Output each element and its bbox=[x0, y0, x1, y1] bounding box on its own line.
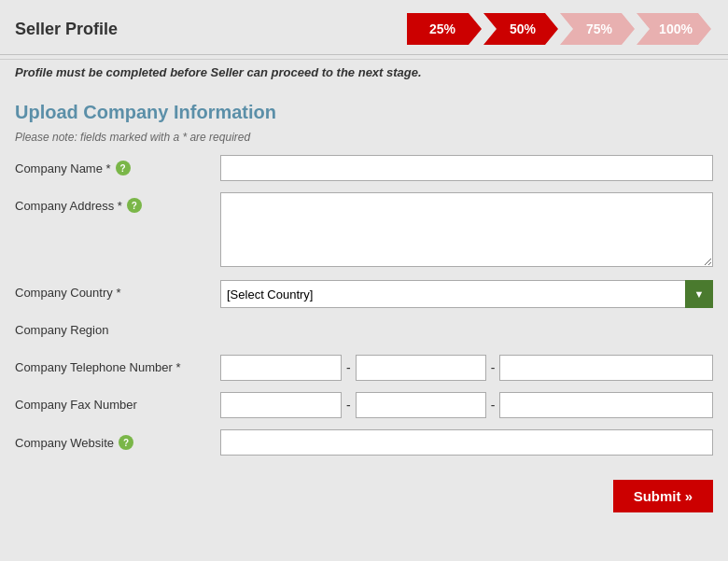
alert-message: Profile must be completed before Seller … bbox=[0, 59, 728, 89]
company-region-row: Company Region bbox=[15, 317, 713, 345]
submit-area: Submit » bbox=[0, 467, 728, 526]
header: Seller Profile 25% 50% 75% 100% bbox=[0, 0, 728, 54]
company-region-label: Company Region bbox=[15, 317, 220, 337]
form-area: Company Name * ? Company Address * ? Com… bbox=[0, 155, 728, 457]
company-website-help-icon[interactable]: ? bbox=[119, 435, 133, 450]
telephone-part3-input[interactable] bbox=[499, 355, 713, 381]
telephone-sep2: - bbox=[486, 360, 500, 375]
fax-phone-group: - - bbox=[220, 392, 713, 418]
fax-part3-input[interactable] bbox=[499, 392, 713, 418]
telephone-part1-input[interactable] bbox=[220, 355, 342, 381]
telephone-phone-group: - - bbox=[220, 355, 713, 381]
fax-sep1: - bbox=[342, 398, 356, 413]
company-address-label: Company Address * ? bbox=[15, 192, 220, 213]
progress-step-50: 50% bbox=[483, 13, 558, 45]
page-title: Seller Profile bbox=[15, 20, 118, 39]
company-telephone-row: Company Telephone Number * - - bbox=[15, 355, 713, 383]
progress-step-75: 75% bbox=[560, 13, 635, 45]
company-address-help-icon[interactable]: ? bbox=[127, 198, 142, 213]
company-name-label: Company Name * ? bbox=[15, 155, 220, 175]
company-telephone-label: Company Telephone Number * bbox=[15, 355, 220, 374]
telephone-sep1: - bbox=[342, 360, 356, 375]
fax-part1-input[interactable] bbox=[220, 392, 342, 418]
company-telephone-control: - - bbox=[220, 355, 713, 381]
company-address-row: Company Address * ? bbox=[15, 192, 713, 271]
company-country-row: Company Country * [Select Country] bbox=[15, 280, 713, 308]
telephone-part2-input[interactable] bbox=[356, 355, 486, 381]
company-name-row: Company Name * ? bbox=[15, 155, 713, 183]
section-title: Upload Company Information bbox=[0, 89, 728, 127]
company-address-control bbox=[220, 192, 713, 271]
company-website-input[interactable] bbox=[220, 429, 713, 456]
page-container: Seller Profile 25% 50% 75% 100% Profile … bbox=[0, 0, 728, 561]
fax-part2-input[interactable] bbox=[356, 392, 486, 418]
company-name-help-icon[interactable]: ? bbox=[116, 161, 131, 175]
company-website-control bbox=[220, 429, 713, 456]
company-fax-label: Company Fax Number bbox=[15, 392, 220, 412]
company-address-textarea[interactable] bbox=[220, 192, 713, 267]
form-note: Please note: fields marked with a * are … bbox=[0, 127, 728, 155]
company-website-label: Company Website ? bbox=[15, 429, 220, 450]
company-country-label: Company Country * bbox=[15, 280, 220, 300]
progress-steps: 25% 50% 75% 100% bbox=[407, 13, 713, 45]
company-website-row: Company Website ? bbox=[15, 429, 713, 457]
company-name-control bbox=[220, 155, 713, 181]
submit-button[interactable]: Submit » bbox=[613, 480, 713, 512]
progress-step-25: 25% bbox=[407, 13, 482, 45]
company-fax-row: Company Fax Number - - bbox=[15, 392, 713, 420]
company-country-control: [Select Country] bbox=[220, 280, 713, 308]
company-country-select-wrapper: [Select Country] bbox=[220, 280, 713, 308]
progress-step-100: 100% bbox=[637, 13, 711, 45]
company-fax-control: - - bbox=[220, 392, 713, 418]
header-divider bbox=[0, 54, 728, 55]
company-country-select[interactable]: [Select Country] bbox=[220, 280, 713, 308]
company-name-input[interactable] bbox=[220, 155, 713, 181]
fax-sep2: - bbox=[486, 398, 500, 413]
